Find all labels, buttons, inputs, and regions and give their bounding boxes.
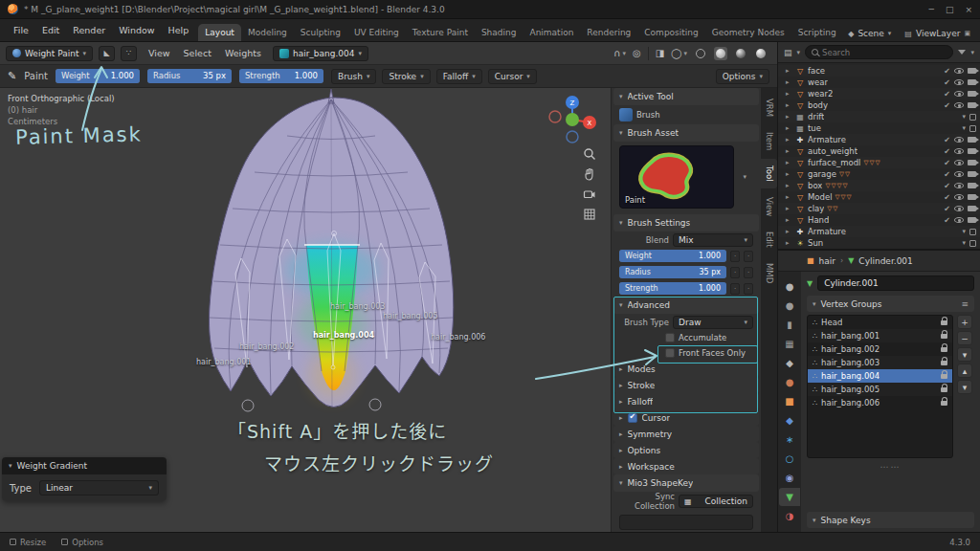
selectable-checkbox-icon[interactable]: ✔	[944, 136, 950, 144]
accumulate-checkbox[interactable]	[665, 333, 675, 342]
outliner-item-body[interactable]: ▸▽body✔	[778, 99, 980, 111]
xray-toggle-icon[interactable]: ◨	[656, 48, 664, 58]
vertex-group-row-hair-bang-001[interactable]: ∴hair_bang.001	[808, 329, 952, 342]
snap-magnet-icon[interactable]: ∩▾	[613, 48, 626, 58]
extra-options-icon[interactable]: ·	[744, 251, 753, 262]
selectable-checkbox-icon[interactable]: ✔	[944, 67, 950, 76]
panel-menu-icon[interactable]: ≡	[961, 299, 969, 309]
outliner-item-clay[interactable]: ▸▽clay▽▽✔	[778, 203, 980, 214]
expander-icon[interactable]: ▸	[786, 113, 792, 121]
hide-in-viewport-icon[interactable]	[954, 217, 964, 223]
proportional-edit-icon[interactable]: ◎	[633, 48, 641, 58]
panel-header-advanced[interactable]: ▾ Advanced	[613, 297, 759, 314]
bone-label-hair-bang-002[interactable]: hair_bang.002	[239, 342, 294, 351]
panel-header-workspace[interactable]: ▸Workspace	[613, 458, 759, 474]
expander-icon[interactable]: ▸	[786, 193, 792, 201]
tool-popover-brush[interactable]: Brush▾	[331, 69, 377, 84]
selectable-checkbox-icon[interactable]: ✔	[944, 78, 950, 87]
properties-tab-output[interactable]: ▮	[779, 316, 800, 334]
sidebar-tab-tool[interactable]: Tool	[761, 159, 777, 188]
disable-in-render-icon[interactable]	[968, 91, 976, 97]
expander-icon[interactable]: ▸	[786, 147, 792, 155]
overlays-icon[interactable]: ◯▾	[671, 48, 687, 58]
properties-tab-object[interactable]: ■	[779, 392, 800, 410]
sidebar-tab-item[interactable]: Item	[761, 125, 777, 157]
hide-in-viewport-icon[interactable]	[954, 148, 964, 154]
panel-header-vertex-groups[interactable]: ▾ Vertex Groups ≡	[807, 296, 974, 312]
properties-tab-view-layer[interactable]: ▦	[779, 335, 800, 353]
gizmo-y-axis[interactable]	[566, 113, 579, 126]
outliner-item-armature[interactable]: ▸✚Armature✔	[778, 134, 980, 145]
gizmo-z-negative[interactable]	[567, 131, 578, 143]
lock-icon[interactable]	[941, 361, 947, 365]
panel-header-brush-settings[interactable]: ▾ Brush Settings	[613, 214, 759, 231]
workspace-tab-texture-paint[interactable]: Texture Paint	[406, 24, 475, 41]
brush-asset-thumbnail[interactable]: Paint ▾	[619, 145, 734, 209]
viewport-menu-weights[interactable]: Weights	[219, 46, 267, 60]
new-scene-icon[interactable]: ▾	[888, 30, 892, 37]
disable-in-render-icon[interactable]	[968, 171, 976, 177]
weight-slider[interactable]: Weight 1.000	[56, 69, 140, 83]
chevron-down-icon[interactable]: ▾	[970, 49, 974, 56]
outliner-item-auto-weight[interactable]: ▸▽auto_weight✔	[778, 145, 980, 157]
menu-render[interactable]: Render	[67, 23, 111, 37]
minimize-button[interactable]: ─	[929, 5, 934, 14]
add-vertex-group-button[interactable]: +	[957, 315, 972, 329]
animate-property-icon[interactable]: ·	[730, 267, 740, 278]
lock-icon[interactable]	[941, 374, 947, 379]
hide-in-viewport-icon[interactable]	[954, 137, 964, 143]
selectable-checkbox-icon[interactable]: ✔	[944, 205, 950, 213]
outliner-search-input[interactable]: Search	[805, 45, 953, 59]
properties-tab-render[interactable]: ●	[779, 297, 800, 315]
vertex-group-row-head[interactable]: ∴Head	[808, 316, 952, 329]
sidebar-weight-slider[interactable]: Weight 1.000	[619, 250, 726, 262]
hide-in-viewport-icon[interactable]	[954, 91, 964, 97]
workspace-tab-compositing[interactable]: Compositing	[637, 24, 704, 41]
bone-label-hair-bang-003[interactable]: hair_bang.003	[330, 302, 385, 311]
vertex-group-row-hair-bang-006[interactable]: ∴hair_bang.006	[808, 396, 952, 409]
sidebar-strength-slider[interactable]: Strength 1.000	[619, 282, 726, 295]
panel-header-mio3-shapekey[interactable]: ▾ Mio3 ShapeKey	[613, 474, 759, 492]
sidebar-tab-vrm[interactable]: VRM	[761, 92, 777, 123]
lock-icon[interactable]	[941, 401, 947, 406]
properties-tab-modifiers[interactable]: ◆	[779, 411, 800, 430]
disable-in-render-icon[interactable]	[968, 183, 976, 188]
tool-popover-cursor[interactable]: Cursor▾	[488, 69, 537, 84]
expander-icon[interactable]: ▸	[786, 239, 792, 247]
disable-in-render-icon[interactable]	[968, 137, 976, 143]
workspace-tab-layout[interactable]: Layout	[198, 24, 241, 41]
properties-tab-world[interactable]: ●	[779, 373, 800, 391]
hide-in-viewport-icon[interactable]	[954, 102, 964, 108]
exclude-checkbox-icon[interactable]	[969, 114, 976, 121]
menu-help[interactable]: Help	[163, 23, 195, 37]
hide-in-viewport-icon[interactable]	[954, 68, 964, 74]
strength-slider[interactable]: Strength 1.000	[239, 69, 323, 83]
selectable-checkbox-icon[interactable]: ✔	[944, 170, 950, 179]
selectable-checkbox-icon[interactable]: ✔	[944, 90, 950, 99]
shading-solid-button[interactable]	[714, 47, 727, 60]
outliner-editor-icon[interactable]: ▤	[784, 48, 792, 57]
viewport-menu-view[interactable]: View	[143, 46, 176, 60]
bone-label-hair-bang-005[interactable]: hair_bang.005	[383, 312, 437, 320]
expander-icon[interactable]: ▸	[786, 90, 792, 98]
filter-icon[interactable]	[958, 50, 966, 55]
chevron-down-icon[interactable]: ▾	[962, 228, 966, 235]
pan-hand-icon[interactable]	[583, 167, 596, 181]
panel-drag-dots[interactable]: ⋯⋯	[807, 462, 974, 472]
expander-icon[interactable]: ▸	[786, 101, 792, 109]
selectable-checkbox-icon[interactable]: ✔	[944, 159, 950, 167]
panel-header-symmetry[interactable]: ▸Symmetry	[613, 426, 759, 442]
lock-icon[interactable]	[941, 320, 947, 325]
animate-property-icon[interactable]: ·	[730, 251, 740, 262]
workspace-tab-modeling[interactable]: Modeling	[241, 24, 294, 41]
outliner-item-sun[interactable]: ▸☀Sun▾	[778, 237, 980, 249]
bone-label-hair-bang-001[interactable]: hair_bang.001	[196, 358, 251, 366]
tool-popover-stroke[interactable]: Stroke▾	[382, 69, 430, 84]
expander-icon[interactable]: ▸	[786, 205, 792, 212]
workspace-tab-scripting[interactable]: Scripting	[791, 24, 843, 41]
hide-in-viewport-icon[interactable]	[954, 79, 964, 85]
chevron-down-icon[interactable]: ▾	[743, 173, 746, 181]
front-faces-only-checkbox[interactable]	[665, 348, 675, 358]
disable-in-render-icon[interactable]	[968, 206, 976, 211]
panel-header-modes[interactable]: ▸Modes	[613, 361, 759, 377]
